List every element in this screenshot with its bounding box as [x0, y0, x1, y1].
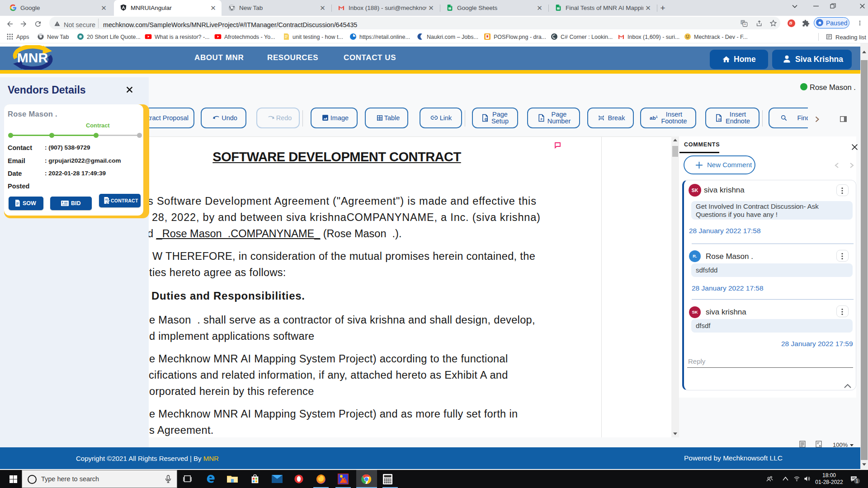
svg-text:$: $ [62, 201, 63, 204]
svg-text:A: A [744, 23, 746, 26]
